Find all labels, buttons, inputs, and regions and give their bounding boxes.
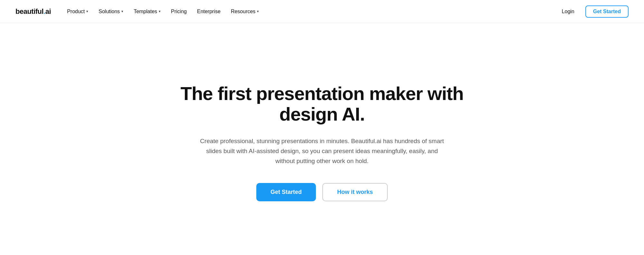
nav-item-enterprise: Enterprise bbox=[193, 6, 225, 17]
nav-link-templates[interactable]: Templates ▾ bbox=[129, 6, 165, 17]
nav-get-started-button[interactable]: Get Started bbox=[585, 5, 629, 18]
hero-section: The first presentation maker with design… bbox=[0, 23, 644, 255]
logo-text-after: ai bbox=[45, 7, 51, 16]
hero-buttons: Get Started How it works bbox=[256, 183, 388, 201]
chevron-down-icon: ▾ bbox=[159, 9, 161, 14]
nav-label-solutions: Solutions bbox=[99, 9, 120, 14]
chevron-down-icon: ▾ bbox=[121, 9, 123, 14]
logo-text-before: beautiful bbox=[15, 7, 43, 16]
main-nav: beautiful.ai Product ▾ Solutions ▾ Templ… bbox=[0, 0, 644, 23]
nav-left: beautiful.ai Product ▾ Solutions ▾ Templ… bbox=[15, 6, 263, 17]
chevron-down-icon: ▾ bbox=[86, 9, 88, 14]
nav-label-product: Product bbox=[67, 9, 85, 14]
nav-link-resources[interactable]: Resources ▾ bbox=[226, 6, 263, 17]
login-link[interactable]: Login bbox=[557, 6, 579, 17]
nav-links: Product ▾ Solutions ▾ Templates ▾ Pricin… bbox=[62, 6, 263, 17]
nav-link-enterprise[interactable]: Enterprise bbox=[193, 6, 225, 17]
nav-item-resources: Resources ▾ bbox=[226, 6, 263, 17]
nav-link-solutions[interactable]: Solutions ▾ bbox=[94, 6, 128, 17]
logo[interactable]: beautiful.ai bbox=[15, 7, 51, 16]
nav-label-templates: Templates bbox=[134, 9, 157, 14]
nav-item-templates: Templates ▾ bbox=[129, 6, 165, 17]
nav-item-solutions: Solutions ▾ bbox=[94, 6, 128, 17]
chevron-down-icon: ▾ bbox=[257, 9, 259, 14]
nav-item-product: Product ▾ bbox=[62, 6, 93, 17]
nav-item-pricing: Pricing bbox=[166, 6, 191, 17]
hero-subtitle: Create professional, stunning presentati… bbox=[196, 136, 448, 166]
hero-title: The first presentation maker with design… bbox=[177, 83, 467, 124]
nav-label-resources: Resources bbox=[231, 9, 255, 14]
nav-label-pricing: Pricing bbox=[171, 9, 187, 14]
hero-how-it-works-button[interactable]: How it works bbox=[322, 183, 388, 201]
hero-get-started-button[interactable]: Get Started bbox=[256, 183, 316, 201]
nav-right: Login Get Started bbox=[557, 5, 629, 18]
nav-label-enterprise: Enterprise bbox=[197, 9, 221, 14]
nav-link-product[interactable]: Product ▾ bbox=[62, 6, 93, 17]
nav-link-pricing[interactable]: Pricing bbox=[166, 6, 191, 17]
